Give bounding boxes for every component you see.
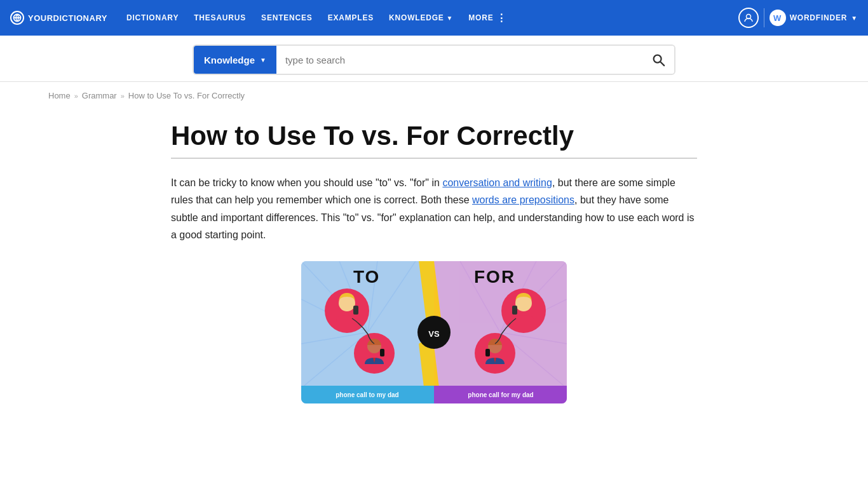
- article-title: How to Use To vs. For Correctly: [171, 121, 697, 151]
- user-icon[interactable]: [738, 8, 759, 28]
- article-divider: [171, 158, 697, 159]
- search-icon: [651, 53, 665, 67]
- nav-examples[interactable]: EXAMPLES: [322, 8, 380, 27]
- nav-more[interactable]: MORE ⋮: [462, 7, 513, 29]
- svg-text:phone call for my dad: phone call for my dad: [468, 391, 533, 398]
- link-words-prepositions[interactable]: words are prepositions: [472, 194, 574, 205]
- to-vs-for-illustration: TO FOR: [301, 261, 567, 403]
- wordfinder-badge: W: [770, 10, 786, 26]
- search-submit-button[interactable]: [642, 46, 674, 74]
- svg-rect-30: [512, 306, 517, 315]
- more-dots-icon: ⋮: [496, 12, 507, 24]
- search-category-button[interactable]: Knowledge ▼: [194, 46, 276, 74]
- main-content: How to Use To vs. For Correctly It can b…: [123, 121, 745, 429]
- breadcrumb-home[interactable]: Home: [48, 91, 71, 100]
- breadcrumb-sep-2: »: [121, 92, 125, 100]
- search-input[interactable]: [276, 46, 642, 74]
- nav-knowledge[interactable]: KNOWLEDGE ▼: [383, 8, 459, 27]
- breadcrumb-sep-1: »: [74, 92, 78, 100]
- nav-links: DICTIONARY THESAURUS SENTENCES EXAMPLES …: [120, 7, 738, 29]
- logo-text: YOURDICTIONARY: [28, 13, 107, 23]
- svg-text:TO: TO: [353, 267, 380, 287]
- wordfinder-button[interactable]: W WORDFINDER ▼: [770, 10, 858, 26]
- svg-rect-27: [380, 349, 384, 356]
- article-intro: It can be tricky to know when you should…: [171, 174, 697, 243]
- site-logo[interactable]: YOURDICTIONARY: [10, 11, 107, 25]
- nav-bar: YOURDICTIONARY DICTIONARY THESAURUS SENT…: [0, 0, 868, 36]
- nav-thesaurus[interactable]: THESAURUS: [187, 8, 252, 27]
- svg-rect-33: [485, 349, 490, 356]
- breadcrumb-grammar[interactable]: Grammar: [82, 91, 117, 100]
- search-section: Knowledge ▼: [0, 36, 868, 82]
- breadcrumb: Home » Grammar » How to Use To vs. For C…: [0, 82, 868, 109]
- search-bar: Knowledge ▼: [193, 44, 675, 75]
- link-conversation-writing[interactable]: conversation and writing: [442, 177, 552, 188]
- wordfinder-chevron-icon: ▼: [851, 15, 858, 22]
- svg-text:phone call to my dad: phone call to my dad: [336, 391, 398, 398]
- nav-divider: [764, 8, 764, 27]
- svg-line-4: [660, 62, 664, 65]
- logo-icon: [10, 11, 24, 25]
- breadcrumb-current: How to Use To vs. For Correctly: [128, 91, 245, 100]
- nav-sentences[interactable]: SENTENCES: [255, 8, 319, 27]
- svg-text:VS: VS: [428, 329, 440, 339]
- article-image-wrapper: TO FOR: [171, 261, 697, 403]
- knowledge-chevron-icon: ▼: [447, 15, 454, 22]
- article-image: TO FOR: [301, 261, 567, 403]
- svg-text:FOR: FOR: [474, 267, 515, 287]
- category-chevron-icon: ▼: [260, 57, 266, 64]
- nav-dictionary[interactable]: DICTIONARY: [120, 8, 185, 27]
- svg-rect-24: [353, 306, 358, 315]
